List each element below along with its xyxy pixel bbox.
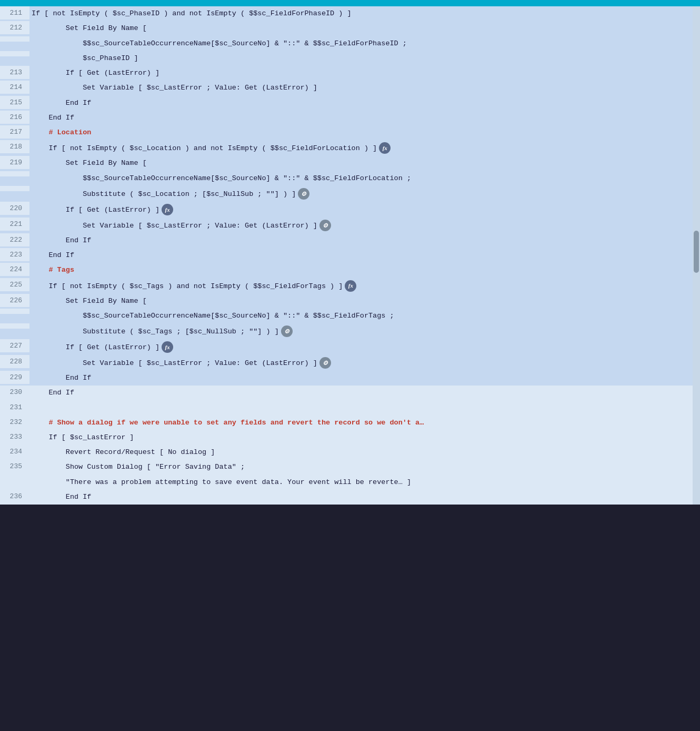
line-number: 235 [0, 460, 29, 473]
table-row: $sc_PhaseID ] [0, 51, 700, 66]
line-number [0, 36, 29, 42]
line-content: End If [29, 111, 700, 125]
line-content: Substitute ( $sc_Tags ; [$sc_NullSub ; "… [29, 323, 700, 339]
line-number: 211 [0, 6, 29, 19]
line-number [0, 171, 29, 176]
table-row: 235 Show Custom Dialog [ "Error Saving D… [0, 460, 700, 475]
table-row: $$sc_SourceTableOccurrenceName[$sc_Sourc… [0, 309, 700, 323]
line-content: If [ Get (LastError) ]fx [29, 339, 700, 355]
line-content: Set Variable [ $sc_LastError ; Value: Ge… [29, 355, 700, 371]
table-row: 227 If [ Get (LastError) ]fx [0, 339, 700, 355]
line-number [0, 186, 29, 191]
table-row: 218 If [ not IsEmpty ( $sc_Location ) an… [0, 140, 700, 156]
line-number: 234 [0, 445, 29, 458]
line-number: 236 [0, 490, 29, 503]
line-number: 232 [0, 416, 29, 429]
line-number: 226 [0, 294, 29, 307]
table-row: 215 End If [0, 96, 700, 111]
line-content: # Location [29, 125, 700, 140]
line-number [0, 323, 29, 329]
line-number [0, 475, 29, 480]
table-row: 222 End If [0, 233, 700, 248]
line-content: End If [29, 233, 700, 248]
fx-icon[interactable]: fx [345, 280, 356, 292]
line-content: $sc_PhaseID ] [29, 51, 700, 66]
gear-icon[interactable]: ⚙ [319, 220, 331, 231]
table-row: Substitute ( $sc_Tags ; [$sc_NullSub ; "… [0, 323, 700, 339]
line-number: 229 [0, 371, 29, 384]
line-content: End If [29, 386, 700, 400]
table-row: 232 # Show a dialog if we were unable to… [0, 416, 700, 430]
fx-icon[interactable]: fx [379, 142, 391, 154]
line-content: $$sc_SourceTableOccurrenceName[$sc_Sourc… [29, 171, 700, 186]
table-row: 225 If [ not IsEmpty ( $sc_Tags ) and no… [0, 278, 700, 294]
gear-icon[interactable]: ⚙ [319, 357, 331, 369]
line-content: Set Variable [ $sc_LastError ; Value: Ge… [29, 81, 700, 95]
line-number: 228 [0, 355, 29, 368]
title-bar [0, 0, 700, 6]
table-row: 230 End If [0, 386, 700, 400]
line-number: 221 [0, 218, 29, 231]
code-area: 211If [ not IsEmpty ( $sc_PhaseID ) and … [0, 6, 700, 505]
line-content: If [ $sc_LastError ] [29, 430, 700, 445]
line-number: 215 [0, 96, 29, 109]
line-content: # Show a dialog if we were unable to set… [29, 416, 700, 430]
line-number: 212 [0, 21, 29, 34]
line-content: End If [29, 371, 700, 386]
line-content: If [ not IsEmpty ( $sc_Tags ) and not Is… [29, 278, 700, 294]
line-number: 222 [0, 233, 29, 246]
line-number: 223 [0, 248, 29, 261]
line-content: End If [29, 96, 700, 111]
line-content: Set Field By Name [ [29, 21, 700, 36]
line-number: 231 [0, 401, 29, 414]
line-content: Revert Record/Request [ No dialog ] [29, 445, 700, 460]
line-number: 213 [0, 66, 29, 79]
line-content: End If [29, 490, 700, 505]
line-content: Set Field By Name [ [29, 294, 700, 309]
table-row: $$sc_SourceTableOccurrenceName[$sc_Sourc… [0, 36, 700, 51]
line-content [29, 401, 700, 405]
line-content: Set Variable [ $sc_LastError ; Value: Ge… [29, 218, 700, 233]
line-number [0, 309, 29, 314]
table-row: 224 # Tags [0, 263, 700, 278]
table-row: 226 Set Field By Name [ [0, 294, 700, 309]
gear-icon[interactable]: ⚙ [298, 188, 309, 200]
line-number: 224 [0, 263, 29, 276]
table-row: 223 End If [0, 248, 700, 263]
line-content: If [ Get (LastError) ]fx [29, 202, 700, 218]
table-row: 212 Set Field By Name [ [0, 21, 700, 36]
fx-icon[interactable]: fx [162, 341, 173, 353]
line-content: $$sc_SourceTableOccurrenceName[$sc_Sourc… [29, 36, 700, 51]
line-content: Show Custom Dialog [ "Error Saving Data"… [29, 460, 700, 475]
line-content: $$sc_SourceTableOccurrenceName[$sc_Sourc… [29, 309, 700, 323]
table-row: 234 Revert Record/Request [ No dialog ] [0, 445, 700, 460]
line-number: 233 [0, 430, 29, 443]
line-number: 219 [0, 156, 29, 169]
line-content: If [ not IsEmpty ( $sc_PhaseID ) and not… [29, 6, 700, 21]
line-number: 216 [0, 111, 29, 124]
table-row: 214 Set Variable [ $sc_LastError ; Value… [0, 81, 700, 95]
fx-icon[interactable]: fx [162, 204, 173, 215]
table-row: 216 End If [0, 111, 700, 125]
line-number [0, 51, 29, 56]
line-number: 225 [0, 278, 29, 291]
line-number: 218 [0, 140, 29, 153]
table-row: 220 If [ Get (LastError) ]fx [0, 202, 700, 218]
line-content: End If [29, 248, 700, 263]
scrollbar-thumb[interactable] [694, 231, 699, 273]
line-number: 217 [0, 125, 29, 139]
table-row: 233 If [ $sc_LastError ] [0, 430, 700, 445]
table-row: 231 [0, 401, 700, 416]
table-row: "There was a problem attempting to save … [0, 475, 700, 490]
line-content: If [ not IsEmpty ( $sc_Location ) and no… [29, 140, 700, 156]
line-content: # Tags [29, 263, 700, 278]
line-content: "There was a problem attempting to save … [29, 475, 700, 490]
scrollbar[interactable] [693, 6, 700, 505]
table-row: 211If [ not IsEmpty ( $sc_PhaseID ) and … [0, 6, 700, 21]
gear-icon[interactable]: ⚙ [281, 325, 293, 337]
table-row: 236 End If [0, 490, 700, 505]
line-content: If [ Get (LastError) ] [29, 66, 700, 81]
table-row: Substitute ( $sc_Location ; [$sc_NullSub… [0, 186, 700, 202]
table-row: 217 # Location [0, 125, 700, 140]
table-row: 229 End If [0, 371, 700, 386]
